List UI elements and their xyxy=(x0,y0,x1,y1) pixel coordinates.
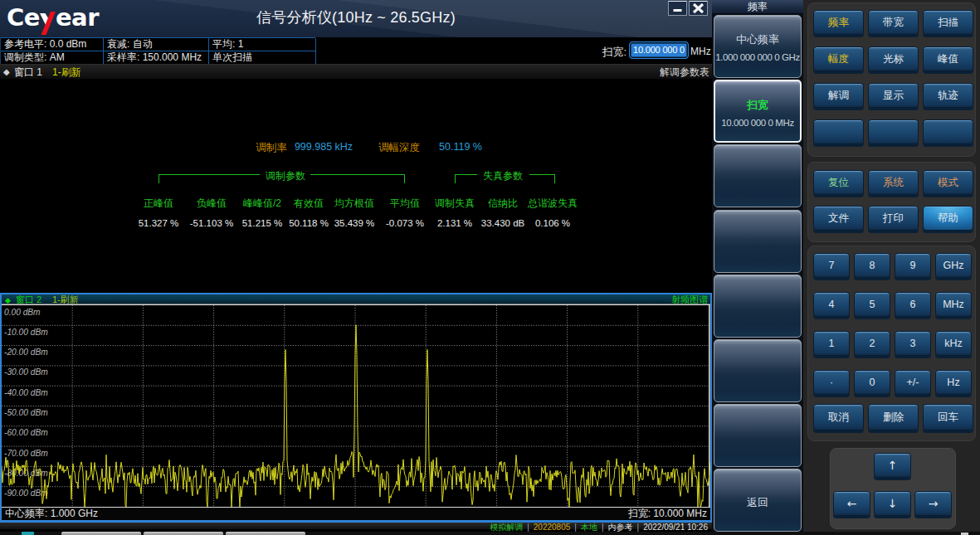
key-arrow-left[interactable]: ← xyxy=(833,491,870,516)
svg-text:-50.00 dBm: -50.00 dBm xyxy=(4,408,48,417)
key-arrow-up[interactable]: ↑ xyxy=(874,453,911,478)
key-num-mhz-label: MHz xyxy=(943,299,964,310)
key-num-8[interactable]: 8 xyxy=(854,253,890,278)
key-delete[interactable]: 删除 xyxy=(868,404,919,430)
menu-item-span[interactable]: 扫宽10.000 000 0 MHz xyxy=(714,80,802,143)
key-print-label: 打印 xyxy=(883,212,904,226)
key-cancel[interactable]: 取消 xyxy=(813,404,864,430)
key-bandwidth-label: 带宽 xyxy=(883,16,904,30)
key-bandwidth[interactable]: 带宽 xyxy=(868,10,919,35)
svg-text:-80.00 dBm: -80.00 dBm xyxy=(4,469,48,478)
key-num-0[interactable]: 0 xyxy=(854,370,890,395)
key-mode[interactable]: 模式 xyxy=(923,170,973,195)
key-num-6-label: 6 xyxy=(910,299,916,310)
param-cell-r1c1: 参考电平: 0.0 dBm xyxy=(1,38,104,51)
key-enter[interactable]: 回车 xyxy=(923,404,973,430)
span-entry-label: 扫宽: xyxy=(602,45,627,60)
key-trace[interactable]: 轨迹 xyxy=(923,83,973,108)
span-entry-input[interactable]: 10.000 000 0 xyxy=(629,41,689,59)
svg-text:-20.00 dBm: -20.00 dBm xyxy=(4,348,48,357)
key-file[interactable]: 文件 xyxy=(813,206,864,231)
key-trace-label: 轨迹 xyxy=(938,89,958,103)
key-sweep-label: 扫描 xyxy=(938,16,958,30)
menu-item-blank-1[interactable] xyxy=(714,144,802,207)
key-amplitude[interactable]: 幅度 xyxy=(813,46,864,71)
status-version: 20220805 xyxy=(534,523,571,532)
key-print[interactable]: 打印 xyxy=(868,206,919,231)
menu-item-blank-3[interactable] xyxy=(714,275,802,338)
minimize-button[interactable] xyxy=(668,1,687,16)
svg-text:-30.00 dBm: -30.00 dBm xyxy=(4,367,48,377)
key-peak[interactable]: 峰值 xyxy=(923,46,973,71)
key-num-2-label: 2 xyxy=(870,338,875,349)
key-frequency[interactable]: 频率 xyxy=(813,10,864,35)
center-frequency-readout: 中心频率: 1.000 GHz xyxy=(5,508,98,520)
key-num-9-label: 9 xyxy=(910,260,916,271)
taskbar-start-icon[interactable] xyxy=(22,532,34,535)
key-file-label: 文件 xyxy=(828,212,849,226)
key-num-mhz[interactable]: MHz xyxy=(935,292,972,317)
key-display-label: 显示 xyxy=(883,89,904,103)
desktop-taskbar xyxy=(0,532,980,535)
svg-text:0.00 dBm: 0.00 dBm xyxy=(4,308,41,317)
key-num-7[interactable]: 7 xyxy=(813,253,850,278)
key-arrow-right[interactable]: → xyxy=(914,491,952,516)
menu-span-label: 扫宽 xyxy=(715,98,800,113)
key-arrow-right-label: → xyxy=(929,497,939,510)
menu-item-back[interactable]: 返回 xyxy=(714,469,802,532)
status-control: 本地 xyxy=(581,523,597,532)
key-num-dot[interactable]: · xyxy=(813,370,850,395)
key-help[interactable]: 帮助 xyxy=(923,206,973,231)
key-num-1[interactable]: 1 xyxy=(813,331,850,356)
key-num-4[interactable]: 4 xyxy=(813,292,850,317)
key-num-hz-label: Hz xyxy=(947,377,959,388)
key-num-6[interactable]: 6 xyxy=(895,292,931,317)
menu-item-blank-2[interactable] xyxy=(714,210,802,273)
key-blank-2[interactable] xyxy=(868,119,919,144)
key-arrow-up-label: ↑ xyxy=(888,459,898,472)
title-bar: Ceear 信号分析仪(10Hz ~ 26.5GHz) xyxy=(0,0,712,37)
key-num-hz[interactable]: Hz xyxy=(935,370,972,395)
window1-header[interactable]: ◆ 窗口 1 1-刷新 解调参数表 xyxy=(0,64,712,79)
menu-item-blank-4[interactable] xyxy=(714,339,802,402)
taskbar-window-button[interactable] xyxy=(226,532,305,535)
key-display[interactable]: 显示 xyxy=(868,83,919,108)
window1-refresh: 1-刷新 xyxy=(52,65,81,80)
taskbar-window-button[interactable] xyxy=(144,532,223,535)
key-num-ghz[interactable]: GHz xyxy=(935,253,972,278)
key-num-plusminus[interactable]: +/- xyxy=(895,370,931,395)
key-preset[interactable]: 复位 xyxy=(813,170,864,195)
menu-back-label: 返回 xyxy=(714,495,801,510)
key-sweep[interactable]: 扫描 xyxy=(923,10,973,35)
key-demod[interactable]: 解调 xyxy=(813,83,864,108)
key-cancel-label: 取消 xyxy=(828,411,849,425)
key-system[interactable]: 系统 xyxy=(868,170,919,195)
menu-item-center-frequency[interactable]: 中心频率1.000 000 000 0 GHz xyxy=(714,15,802,78)
window2-frame: ◆ 窗口 2 1-刷新 射频图谱 0.00 dBm-10.00 dBm-20.0… xyxy=(0,293,712,523)
spectrum-plot: 0.00 dBm-10.00 dBm-20.00 dBm-30.00 dBm-4… xyxy=(2,304,710,508)
param-cell-r2c2: 采样率: 150.000 MHz xyxy=(104,51,209,65)
menu-item-blank-5[interactable] xyxy=(714,404,802,467)
key-num-plusminus-label: +/- xyxy=(907,377,919,388)
close-button[interactable] xyxy=(689,1,708,16)
key-marker[interactable]: 光标 xyxy=(868,46,919,71)
status-separator: | xyxy=(637,523,640,532)
key-num-2[interactable]: 2 xyxy=(854,331,890,356)
key-num-9[interactable]: 9 xyxy=(895,253,931,278)
window1-marker-icon: ◆ xyxy=(3,65,10,80)
key-num-5[interactable]: 5 xyxy=(854,292,890,317)
taskbar-window-button[interactable] xyxy=(61,532,141,535)
span-entry-field: 扫宽: 10.000 000 0 MHz xyxy=(498,37,712,64)
key-num-0-label: 0 xyxy=(870,377,875,388)
key-arrow-left-label: ← xyxy=(847,497,857,510)
status-datetime: 2022/09/21 10:26 xyxy=(643,523,708,532)
key-arrow-down[interactable]: ↓ xyxy=(874,491,911,516)
status-separator: | xyxy=(602,523,604,532)
key-num-dot-label: · xyxy=(830,377,833,388)
key-blank-3[interactable] xyxy=(923,119,973,144)
key-marker-label: 光标 xyxy=(883,52,904,66)
key-blank-1[interactable] xyxy=(813,119,864,144)
key-num-khz[interactable]: kHz xyxy=(935,331,972,356)
key-num-3[interactable]: 3 xyxy=(895,331,931,356)
key-num-ghz-label: GHz xyxy=(943,260,964,271)
